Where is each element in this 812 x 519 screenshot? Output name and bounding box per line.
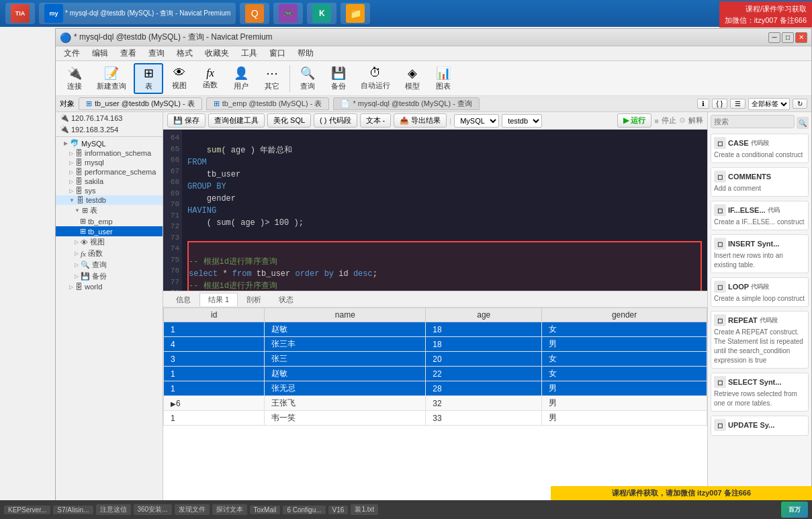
taskbar-app-mysql[interactable]: my * mysql-dql @testdb (MySQL) - 查询 - Na…: [39, 3, 236, 24]
taskbar-app-game[interactable]: 🎮: [273, 3, 303, 24]
code-segment-btn[interactable]: ( ) 代码段: [314, 113, 357, 128]
sidebar-sub-tables[interactable]: ▼ ⊞ 表: [56, 205, 163, 216]
sidebar-db-performance[interactable]: ▷ 🗄 performance_schema: [56, 167, 163, 177]
sidebar-sub-backup[interactable]: ▷ 💾 备份: [56, 271, 163, 282]
rp-search-input[interactable]: [711, 115, 795, 128]
menu-view[interactable]: 查看: [115, 46, 142, 60]
rp-item-case-header[interactable]: ◻ CASE 代码段: [714, 137, 805, 149]
run-btn[interactable]: ▶ 运行: [617, 113, 651, 128]
bt-kepserver[interactable]: KEPServer...: [4, 506, 50, 514]
toolbar-connect-btn[interactable]: 🔌 连接: [60, 63, 89, 94]
tab-tb-emp[interactable]: ⊞ tb_emp @testdb (MySQL) - 表: [206, 97, 330, 110]
rp-item-loop-header[interactable]: ◻ LOOP 代码段: [714, 281, 805, 293]
maximize-button[interactable]: □: [782, 32, 794, 43]
table-row[interactable]: 3 张三 20 女: [164, 352, 707, 367]
sidebar-db-world[interactable]: ▷ 🗄 world: [56, 282, 163, 291]
rp-item-update-header[interactable]: ◻ UPDATE Sy...: [714, 419, 805, 431]
menu-tools[interactable]: 工具: [236, 46, 263, 60]
toolbar-backup-btn[interactable]: 💾 备份: [324, 63, 353, 94]
sidebar-sub-funcs[interactable]: ▷ fx 函数: [56, 248, 163, 259]
toolbar-model-btn[interactable]: ◈ 模型: [398, 63, 427, 94]
bt-v16[interactable]: V16: [328, 506, 349, 514]
rp-search-btn[interactable]: 🔍: [797, 117, 809, 129]
tab-query[interactable]: 📄 * mysql-dql @testdb (MySQL) - 查询: [333, 97, 479, 110]
bt-discover[interactable]: 发现文件: [175, 504, 210, 515]
table-row[interactable]: 1 张无忌 28 男: [164, 381, 707, 396]
tab-status[interactable]: 状态: [270, 293, 302, 306]
funcs-icon: fx: [81, 250, 86, 258]
result-table-wrap[interactable]: id name age gender 1 赵敏 18 女: [163, 308, 707, 502]
menu-btn[interactable]: ☰: [730, 99, 746, 109]
table-row[interactable]: 1 赵敏 18 女: [164, 322, 707, 337]
bt-txt[interactable]: 装1.txt: [351, 504, 378, 515]
rp-item-comments-header[interactable]: ◻ COMMENTS: [714, 171, 805, 183]
save-btn[interactable]: 💾 保存: [167, 113, 206, 128]
beautify-btn[interactable]: 美化 SQL: [267, 113, 311, 128]
bt-360[interactable]: 360安装...: [134, 504, 172, 515]
sidebar-conn-2[interactable]: 🔌 192.168.3.254: [56, 124, 163, 135]
sidebar-db-sys[interactable]: ▷ 🗄 sys: [56, 186, 163, 195]
minimize-button[interactable]: ─: [768, 32, 780, 43]
sql-editor[interactable]: 6465666768 6970717273 747576777879 sum( …: [163, 130, 707, 291]
toolbar-view-btn[interactable]: 👁 视图: [165, 63, 194, 94]
bt-explore[interactable]: 探讨文本: [212, 504, 247, 515]
table-row[interactable]: 4 张三丰 18 男: [164, 337, 707, 352]
tag-select[interactable]: 全部标签: [748, 98, 790, 110]
tab-profile[interactable]: 剖析: [238, 293, 270, 306]
sidebar-mysql[interactable]: ▶ 🐬 MySQL: [56, 138, 163, 148]
toolbar-other-btn[interactable]: ⋯ 其它: [257, 63, 287, 94]
schema-select[interactable]: testdb: [502, 114, 542, 128]
taskbar-app-file[interactable]: 📁: [341, 3, 370, 24]
cell-name: 张三丰: [265, 337, 426, 352]
tab-info[interactable]: 信息: [167, 293, 199, 306]
menu-window[interactable]: 窗口: [264, 46, 291, 60]
taskbar-app-k[interactable]: K: [307, 3, 336, 24]
toolbar-query-btn[interactable]: 🔍 查询: [293, 63, 322, 94]
rp-item-repeat-header[interactable]: ◻ REPEAT 代码段: [714, 314, 805, 326]
text-btn[interactable]: 文本 -: [360, 113, 392, 128]
sidebar-sub-queries[interactable]: ▷ 🔍 查询: [56, 259, 163, 271]
taskbar-app-q[interactable]: Q: [240, 3, 269, 24]
sidebar-sub-views[interactable]: ▷ 👁 视图: [56, 236, 163, 248]
table-row[interactable]: 1 赵敏 22 女: [164, 367, 707, 381]
sidebar-tb-emp[interactable]: ⊞ tb_emp: [56, 216, 163, 226]
bt-configu[interactable]: 6 Configu...: [283, 506, 325, 514]
toolbar-newquery-btn[interactable]: 📝 新建查询: [91, 63, 132, 94]
sidebar-db-sakila[interactable]: ▷ 🗄 sakila: [56, 177, 163, 186]
menu-file[interactable]: 文件: [58, 46, 85, 60]
rp-item-ifelse-header[interactable]: ◻ IF...ELSE... 代码: [714, 204, 805, 216]
menu-help[interactable]: 帮助: [292, 46, 319, 60]
info-btn[interactable]: ℹ: [697, 99, 709, 109]
refresh-btn[interactable]: ↻: [793, 99, 807, 109]
toolbar-autorun-btn[interactable]: ⏱ 自动运行: [355, 63, 396, 94]
sidebar-db-information[interactable]: ▷ 🗄 information_schema: [56, 148, 163, 158]
bt-toxmail[interactable]: ToxMail: [250, 506, 281, 514]
build-btn[interactable]: 查询创建工具: [208, 113, 265, 128]
taskbar-app-tia[interactable]: TIA: [5, 3, 35, 24]
export-btn[interactable]: 📤 导出结果: [394, 113, 447, 128]
sidebar-tb-user[interactable]: ⊞ tb_user: [56, 226, 163, 236]
toolbar-table-btn[interactable]: ⊞ 表: [134, 63, 163, 94]
toolbar-chart-btn[interactable]: 📊 图表: [428, 63, 458, 94]
sidebar-conn-1[interactable]: 🔌 120.76.174.163: [56, 112, 163, 124]
tab-tb-user[interactable]: ⊞ tb_user @testdb (MySQL) - 表: [79, 97, 202, 110]
sidebar-db-mysql[interactable]: ▷ 🗄 mysql: [56, 158, 163, 167]
toolbar-func-btn[interactable]: fx 函数: [195, 63, 225, 94]
sidebar-db-testdb[interactable]: ▼ 🗄 testdb: [56, 195, 163, 205]
bt-s7[interactable]: S7/Alisin...: [53, 506, 93, 514]
table-row[interactable]: 6 王张飞 32 男: [164, 396, 707, 411]
close-button[interactable]: ✕: [795, 32, 807, 43]
tab-result1[interactable]: 结果 1: [199, 293, 238, 306]
menu-query[interactable]: 查询: [143, 46, 170, 60]
menu-edit[interactable]: 编辑: [87, 46, 114, 60]
code-btn[interactable]: { }: [712, 99, 727, 109]
toolbar-user-btn[interactable]: 👤 用户: [226, 63, 256, 94]
rp-item-insert-header[interactable]: ◻ INSERT Synt...: [714, 238, 805, 250]
menu-favorites[interactable]: 收藏夹: [199, 46, 234, 60]
rp-item-select-header[interactable]: ◻ SELECT Synt...: [714, 376, 805, 388]
menu-format[interactable]: 格式: [171, 46, 198, 60]
db-engine-select[interactable]: MySQL: [454, 114, 499, 128]
code-area[interactable]: sum( age ) 年龄总和 FROM tb_user GROUP BY ge…: [185, 130, 707, 291]
bt-note[interactable]: 注意这信: [96, 504, 131, 515]
table-row[interactable]: 1 韦一笑 33 男: [164, 411, 707, 426]
